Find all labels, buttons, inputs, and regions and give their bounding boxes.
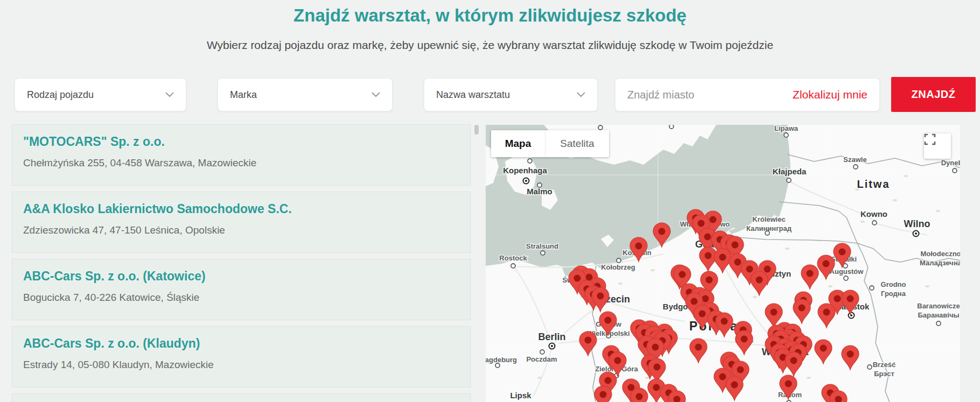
map-label: Stralsund bbox=[526, 242, 558, 250]
map-label: Lipsk bbox=[510, 391, 531, 400]
map-label: Mołodeczno bbox=[920, 250, 960, 258]
town-dot bbox=[844, 276, 848, 280]
city-search-placeholder: Znajdź miasto bbox=[627, 89, 793, 101]
city-search-input[interactable]: Znajdź miasto Zlokalizuj mnie bbox=[615, 78, 880, 111]
vehicle-type-label: Rodzaj pojazdu bbox=[27, 89, 161, 101]
map-label: Baranowicze bbox=[917, 302, 960, 310]
map-marker-pin[interactable] bbox=[594, 386, 612, 402]
town-dot bbox=[787, 178, 791, 182]
town-dot bbox=[617, 258, 621, 263]
map-label: Malmo bbox=[527, 187, 552, 196]
map-label: Kłajpeda bbox=[773, 167, 807, 176]
town-dot bbox=[537, 183, 542, 187]
workshop-address: Zdzieszowicka 47, 47-150 Leśnica, Opolsk… bbox=[23, 224, 459, 236]
town-dot bbox=[598, 125, 603, 130]
workshop-name: ABC-Cars Sp. z o.o. (Katowice) bbox=[23, 269, 459, 284]
town-dot bbox=[528, 159, 532, 163]
map-label-line2: Маладзечна bbox=[920, 259, 960, 267]
list-scrollbar-thumb[interactable] bbox=[474, 125, 479, 135]
map-view-button[interactable]: Mapa bbox=[491, 130, 545, 157]
map-label: Grodno bbox=[881, 280, 906, 288]
map-canvas[interactable]: KopenhagaMalmoStralsundRostockLipawaKłaj… bbox=[486, 125, 960, 402]
map-land-bornholm bbox=[601, 235, 614, 247]
workshop-address: Bogucicka 7, 40-226 Katowice, Śląskie bbox=[23, 292, 459, 304]
map-label: Brześć bbox=[873, 361, 896, 369]
map-label: Magdeburg bbox=[486, 356, 517, 364]
town-dot bbox=[765, 231, 769, 235]
chevron-down-icon bbox=[577, 90, 585, 100]
locate-me-link[interactable]: Zlokalizuj mnie bbox=[793, 88, 867, 101]
town-dot bbox=[669, 125, 674, 129]
town-dot bbox=[511, 264, 515, 268]
town-dot bbox=[936, 321, 941, 326]
workshop-name: ABC-Cars Sp. z o.o. (Klaudyn) bbox=[23, 336, 459, 351]
map-label: Augustów bbox=[830, 267, 864, 276]
town-dot bbox=[872, 221, 877, 225]
vehicle-type-dropdown[interactable]: Rodzaj pojazdu bbox=[15, 78, 186, 111]
map-label: Litwa bbox=[857, 178, 890, 190]
map-label: Dyneburg bbox=[941, 159, 960, 167]
map-label: Kołobrzeg bbox=[601, 263, 635, 271]
town-dot bbox=[540, 350, 544, 354]
workshop-list-item[interactable]: A&A Klosko Lakiernictwo Samochodowe S.C.… bbox=[12, 192, 471, 253]
page-title: Znajdź warsztat, w którym zlikwidujesz s… bbox=[0, 5, 980, 26]
map-label: Berlin bbox=[538, 332, 565, 342]
brand-label: Marka bbox=[230, 89, 367, 101]
map-label: Królewiec bbox=[752, 215, 785, 223]
town-dot bbox=[784, 133, 788, 137]
workshop-name: "MOTOCARS" Sp. z o.o. bbox=[23, 135, 459, 149]
map-label: Wilno bbox=[904, 218, 930, 229]
map-label-line2: Гродна bbox=[881, 290, 906, 298]
workshop-list-item[interactable]: ABC-Cars Sp. z o.o. (Katowice) Bogucicka… bbox=[12, 259, 471, 320]
satellite-view-button[interactable]: Satelita bbox=[545, 130, 609, 157]
chevron-down-icon bbox=[165, 90, 174, 100]
map-label: Lipawa bbox=[774, 125, 799, 132]
workshop-list-item[interactable]: "MOTOCARS" Sp. z o.o. Chełmżyńska 255, 0… bbox=[12, 124, 471, 186]
workshop-name: A&A Klosko Lakiernictwo Samochodowe S.C. bbox=[23, 202, 459, 216]
map-type-control: Mapa Satelita bbox=[491, 130, 609, 157]
town-dot bbox=[541, 251, 545, 255]
town-dot bbox=[870, 286, 874, 290]
map-label-line2: Баранавічы bbox=[918, 311, 959, 319]
workshop-name-label: Nazwa warsztatu bbox=[436, 89, 572, 101]
map-marker-pin[interactable] bbox=[631, 388, 648, 402]
town-dot bbox=[853, 165, 858, 169]
map-label-line2: Брэст bbox=[874, 370, 894, 378]
workshop-name-dropdown[interactable]: Nazwa warsztatu bbox=[424, 78, 598, 111]
search-button[interactable]: ZNAJDŹ bbox=[891, 77, 976, 112]
workshop-list-item-partial[interactable] bbox=[12, 393, 471, 402]
town-dot bbox=[953, 168, 957, 173]
map-label: Rostock bbox=[499, 254, 527, 262]
map-label: Kowno bbox=[860, 209, 887, 218]
workshop-address: Estrady 14, 05-080 Klaudyn, Mazowieckie bbox=[23, 359, 459, 371]
town-dot bbox=[867, 365, 872, 369]
fullscreen-button[interactable] bbox=[924, 133, 951, 159]
map-graphics: KopenhagaMalmoStralsundRostockLipawaKłaj… bbox=[486, 125, 960, 402]
chevron-down-icon bbox=[372, 90, 380, 100]
town-dot bbox=[495, 363, 500, 368]
page-subtitle: Wybierz rodzaj pojazdu oraz markę, żeby … bbox=[0, 39, 980, 52]
brand-dropdown[interactable]: Marka bbox=[218, 78, 393, 111]
workshop-address: Chełmżyńska 255, 04-458 Warszawa, Mazowi… bbox=[23, 157, 459, 169]
map-label: Kopenhaga bbox=[503, 166, 547, 175]
map-label: Szawle bbox=[843, 156, 866, 164]
map-label: Poczdam bbox=[526, 355, 557, 363]
workshop-list-item[interactable]: ABC-Cars Sp. z o.o. (Klaudyn) Estrady 14… bbox=[12, 326, 471, 387]
